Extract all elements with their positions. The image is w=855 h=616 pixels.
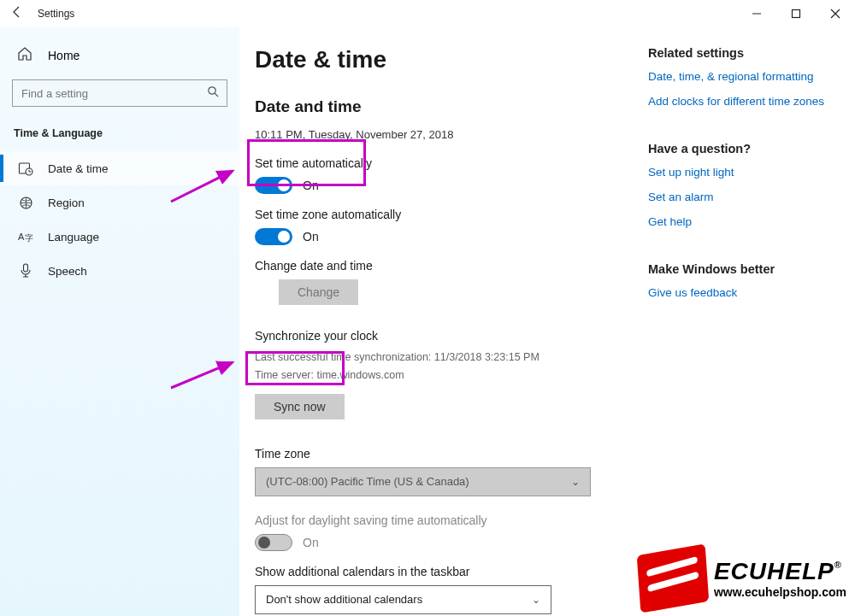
link-feedback[interactable]: Give us feedback (648, 286, 845, 299)
sidebar-item-region[interactable]: Region (0, 185, 239, 220)
sidebar: Home Time & Language Date & time Region (0, 27, 239, 616)
link-add-clocks[interactable]: Add clocks for different time zones (648, 95, 845, 108)
sync-heading: Synchronize your clock (255, 329, 631, 343)
sidebar-item-language[interactable]: A字 Language (0, 220, 239, 254)
timezone-select: (UTC-08:00) Pacific Time (US & Canada) ⌄ (255, 467, 591, 496)
home-icon (17, 46, 34, 64)
set-tz-auto-state: On (303, 230, 319, 243)
svg-rect-1 (793, 10, 800, 18)
calendar-clock-icon (17, 161, 34, 176)
sidebar-item-label: Date & time (48, 162, 109, 175)
calendar-select[interactable]: Don't show additional calendars ⌄ (255, 585, 551, 614)
svg-rect-9 (24, 264, 28, 272)
calendar-label: Show additional calendars in the taskbar (255, 565, 631, 578)
change-dt-label: Change date and time (255, 259, 631, 273)
sidebar-home-label: Home (48, 49, 80, 62)
content-area: Date & time Date and time 10:11 PM, Tues… (255, 46, 631, 616)
titlebar: Settings (0, 0, 855, 27)
watermark-url: www.ecuhelpshop.com (714, 585, 846, 599)
globe-icon (17, 196, 34, 210)
section-heading: Date and time (255, 97, 631, 116)
set-time-auto-toggle[interactable] (255, 177, 292, 194)
sidebar-home[interactable]: Home (0, 38, 239, 79)
link-get-help[interactable]: Get help (648, 215, 845, 228)
sync-now-button[interactable]: Sync now (255, 394, 345, 419)
set-tz-auto-toggle[interactable] (255, 228, 292, 245)
svg-text:A: A (18, 232, 25, 242)
link-set-alarm[interactable]: Set an alarm (648, 191, 845, 203)
close-button[interactable] (816, 0, 855, 27)
minimize-button[interactable] (737, 0, 776, 27)
window-title: Settings (38, 8, 74, 20)
search-box[interactable] (12, 79, 227, 107)
set-time-auto-state: On (303, 179, 319, 192)
right-column: Related settings Date, time, & regional … (648, 46, 845, 616)
page-title: Date & time (255, 46, 631, 73)
sidebar-item-label: Region (48, 197, 85, 209)
svg-line-3 (215, 93, 218, 97)
sidebar-category: Time & Language (0, 122, 239, 151)
sidebar-item-label: Speech (48, 265, 87, 278)
link-regional-formatting[interactable]: Date, time, & regional formatting (648, 70, 845, 83)
svg-text:字: 字 (25, 233, 33, 243)
set-time-auto-label: Set time automatically (255, 156, 631, 170)
language-icon: A字 (17, 230, 34, 243)
change-button: Change (279, 279, 358, 305)
current-datetime: 10:11 PM, Tuesday, November 27, 2018 (255, 128, 631, 141)
timezone-label: Time zone (255, 447, 631, 461)
calendar-value: Don't show additional calendars (266, 593, 422, 606)
set-tz-auto-label: Set time zone automatically (255, 208, 631, 221)
sidebar-item-date-time[interactable]: Date & time (0, 151, 239, 185)
chevron-down-icon: ⌄ (532, 594, 540, 606)
svg-point-2 (209, 87, 215, 94)
sync-last: Last successful time synchronization: 11… (255, 349, 631, 366)
timezone-value: (UTC-08:00) Pacific Time (US & Canada) (266, 475, 469, 488)
chevron-down-icon: ⌄ (571, 476, 580, 488)
better-heading: Make Windows better (648, 262, 845, 276)
microphone-icon (17, 263, 34, 279)
search-input[interactable] (12, 79, 227, 107)
dst-toggle (255, 534, 292, 551)
watermark-logo-icon (637, 543, 710, 613)
watermark: ECUHELP® www.ecuhelpshop.com (639, 549, 846, 607)
sync-server: Time server: time.windows.com (255, 367, 631, 384)
maximize-button[interactable] (776, 0, 816, 27)
link-night-light[interactable]: Set up night light (648, 166, 845, 179)
search-icon (207, 85, 219, 100)
sidebar-item-label: Language (48, 231, 99, 243)
dst-state: On (303, 536, 319, 549)
related-heading: Related settings (648, 46, 845, 60)
sidebar-item-speech[interactable]: Speech (0, 254, 239, 288)
watermark-brand: ECUHELP® (714, 558, 846, 585)
question-heading: Have a question? (648, 142, 845, 155)
dst-label: Adjust for daylight saving time automati… (255, 513, 631, 527)
back-button[interactable] (0, 5, 34, 22)
